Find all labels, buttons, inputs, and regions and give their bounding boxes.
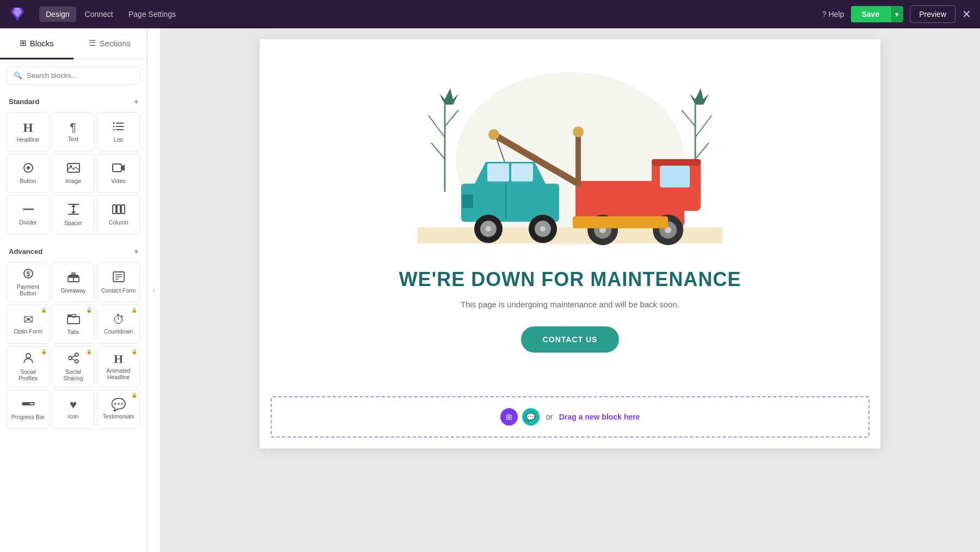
block-giveaway[interactable]: Giveaway xyxy=(52,262,95,302)
svg-point-3 xyxy=(113,123,114,124)
svg-rect-57 xyxy=(573,216,668,228)
sidebar: ⊞ Blocks ☰ Sections 🔍 Standard ▾ H Headl… xyxy=(0,28,147,552)
spacer-label: Spacer xyxy=(64,220,82,226)
sidebar-tab-bar: ⊞ Blocks ☰ Sections xyxy=(0,28,146,60)
divider-icon xyxy=(22,204,35,217)
tabs-icon xyxy=(67,313,80,326)
canvas-area: WE'RE DOWN FOR MAINTENANCE This page is … xyxy=(160,28,980,552)
drop-zone-icons: ⊞ 💬 xyxy=(500,408,540,426)
column-icon xyxy=(112,204,125,217)
search-box[interactable]: 🔍 xyxy=(7,66,140,84)
list-label: List xyxy=(114,136,122,143)
svg-rect-37 xyxy=(22,403,30,405)
blocks-tab-icon: ⊞ xyxy=(20,38,27,48)
svg-point-4 xyxy=(113,126,114,128)
contact-us-button[interactable]: CONTACT US xyxy=(521,326,620,353)
preview-button[interactable]: Preview xyxy=(910,5,955,23)
svg-point-70 xyxy=(486,226,491,232)
drop-zone-text: or Drag a new block here xyxy=(546,413,640,421)
standard-label: Standard xyxy=(9,98,39,106)
block-video[interactable]: Video xyxy=(97,154,140,193)
block-button[interactable]: Button xyxy=(7,154,50,193)
standard-chevron[interactable]: ▾ xyxy=(134,98,138,106)
social-sharing-label: SocialSharing xyxy=(63,368,83,381)
optin-lock-icon: 🔒 xyxy=(41,307,47,313)
maintenance-headline: WE'RE DOWN FOR MAINTENANCE xyxy=(281,268,859,291)
divider-label: Divider xyxy=(19,219,37,226)
optin-label: Optin Form xyxy=(14,328,42,335)
block-divider[interactable]: Divider xyxy=(7,195,50,234)
svg-rect-64 xyxy=(487,163,509,181)
drop-zone[interactable]: ⊞ 💬 or Drag a new block here xyxy=(271,396,869,438)
block-testimonials[interactable]: 🔒 💬 Testimonials xyxy=(97,390,140,429)
block-text[interactable]: ¶ Text xyxy=(52,112,95,151)
nav-tab-connect[interactable]: Connect xyxy=(78,7,120,22)
text-icon: ¶ xyxy=(70,122,77,134)
block-payment-button[interactable]: $ PaymentButton xyxy=(7,262,50,302)
social-sharing-lock-icon: 🔒 xyxy=(86,349,92,354)
advanced-blocks-grid: $ PaymentButton Giveaway Contact Form xyxy=(0,260,146,435)
drop-icon-chat: 💬 xyxy=(522,408,540,426)
block-contact-form[interactable]: Contact Form xyxy=(97,262,140,302)
sidebar-tab-blocks[interactable]: ⊞ Blocks xyxy=(0,28,74,59)
help-label: Help xyxy=(829,10,844,19)
svg-point-9 xyxy=(70,165,72,167)
svg-rect-17 xyxy=(121,205,125,214)
help-button[interactable]: ? Help xyxy=(822,10,844,19)
block-optin-form[interactable]: 🔒 ✉ Optin Form xyxy=(7,305,50,344)
progress-bar-icon xyxy=(22,398,35,411)
sidebar-tab-sections[interactable]: ☰ Sections xyxy=(74,28,147,59)
block-animated-headline[interactable]: 🔒 H AnimatedHeadline xyxy=(97,346,140,387)
block-countdown[interactable]: 🔒 ⏱ Countdown xyxy=(97,305,140,344)
block-spacer[interactable]: Spacer xyxy=(52,195,95,234)
logo-icon xyxy=(9,5,26,23)
svg-rect-10 xyxy=(113,164,121,172)
tabs-label: Tabs xyxy=(67,329,79,335)
search-input[interactable] xyxy=(27,71,133,80)
save-dropdown-button[interactable]: ▾ xyxy=(890,6,903,22)
sidebar-collapse-handle[interactable]: ‹ xyxy=(147,28,160,552)
svg-point-61 xyxy=(488,129,499,140)
svg-text:$: $ xyxy=(26,270,30,278)
testimonials-icon: 💬 xyxy=(111,399,126,411)
svg-point-30 xyxy=(26,354,30,358)
drop-link-text[interactable]: Drag a new block here xyxy=(559,413,640,421)
sections-tab-icon: ☰ xyxy=(89,38,96,48)
svg-rect-50 xyxy=(652,159,701,166)
block-list[interactable]: List xyxy=(97,112,140,151)
block-social-sharing[interactable]: 🔒 SocialSharing xyxy=(52,346,95,387)
social-profiles-icon xyxy=(22,352,35,366)
button-icon xyxy=(22,162,35,175)
headline-icon: H xyxy=(23,121,33,134)
sections-tab-label: Sections xyxy=(99,39,131,48)
giveaway-icon xyxy=(67,271,80,285)
tow-truck-illustration xyxy=(418,99,722,246)
advanced-label: Advanced xyxy=(9,247,42,256)
illustration-area xyxy=(407,72,733,246)
image-icon xyxy=(67,162,80,175)
block-social-profiles[interactable]: 🔒 SocialProfiles xyxy=(7,346,50,387)
block-icon[interactable]: ♥ Icon xyxy=(52,390,95,429)
countdown-lock-icon: 🔒 xyxy=(131,307,137,313)
column-label: Column xyxy=(108,219,128,226)
nav-tab-page-settings[interactable]: Page Settings xyxy=(122,7,182,22)
block-image[interactable]: Image xyxy=(52,154,95,193)
svg-point-60 xyxy=(573,126,584,137)
block-column[interactable]: Column xyxy=(97,195,140,234)
main-layout: ⊞ Blocks ☰ Sections 🔍 Standard ▾ H Headl… xyxy=(0,28,980,552)
svg-rect-27 xyxy=(68,317,79,324)
search-icon: 🔍 xyxy=(14,71,22,80)
advanced-chevron[interactable]: ▾ xyxy=(134,248,138,256)
svg-rect-28 xyxy=(68,314,71,317)
nav-tab-design[interactable]: Design xyxy=(39,7,76,22)
social-sharing-icon xyxy=(67,352,80,366)
close-button[interactable]: ✕ xyxy=(962,8,971,21)
list-icon xyxy=(113,121,125,134)
save-button[interactable]: Save xyxy=(851,6,891,22)
social-profiles-lock-icon: 🔒 xyxy=(41,349,47,354)
svg-point-31 xyxy=(75,353,78,356)
block-headline[interactable]: H Headline xyxy=(7,112,50,151)
svg-rect-49 xyxy=(660,166,690,187)
block-tabs[interactable]: 🔒 Tabs xyxy=(52,305,95,344)
block-progress-bar[interactable]: Progress Bar xyxy=(7,390,50,429)
